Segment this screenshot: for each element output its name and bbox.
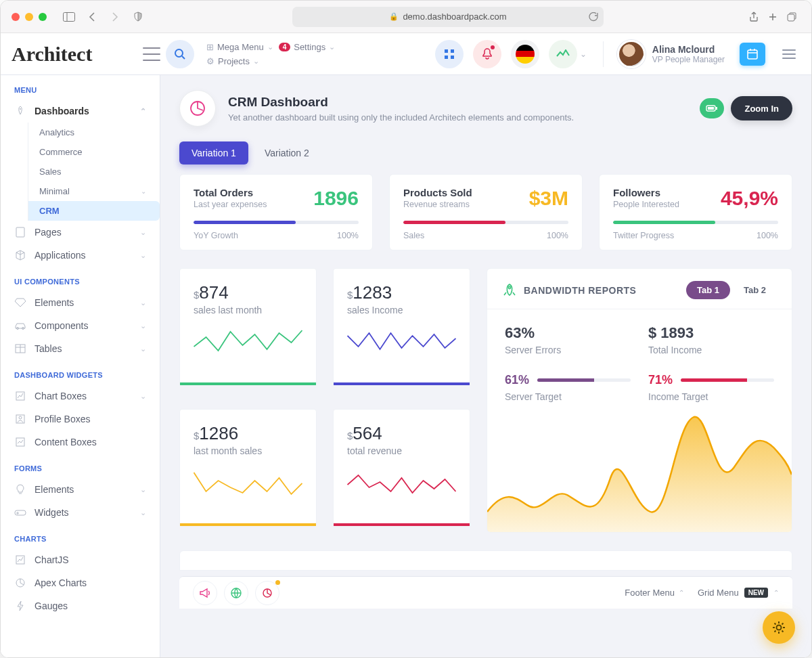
diamond-icon (14, 298, 26, 307)
calendar-icon (746, 48, 759, 60)
sidebar-item-elements[interactable]: Elements⌄ (1, 291, 160, 314)
sidebar-item-dashboards[interactable]: Dashboards ⌃ (1, 100, 160, 123)
target-income: 71% Income Target (648, 373, 774, 402)
svg-point-22 (19, 416, 22, 419)
more-menu-button[interactable] (777, 43, 800, 66)
sidebar-heading-forms: FORMS (1, 454, 160, 478)
projects-dropdown[interactable]: ⚙ Projects ⌄ (206, 56, 259, 66)
stat-card-total-orders: Total Orders Last year expenses 1896 YoY… (179, 174, 373, 250)
chart-line-icon (556, 49, 570, 59)
footer-pie-button[interactable] (255, 581, 279, 605)
page-title: CRM Dashboard (228, 95, 574, 110)
next-card-placeholder (179, 550, 792, 571)
shield-icon[interactable] (129, 8, 147, 26)
stat-card-products-sold: Products Sold Revenue streams $3M Sales1… (389, 174, 583, 250)
car-icon (14, 322, 26, 330)
sidebar-item-apex[interactable]: Apex Charts (1, 571, 160, 594)
sidebar-item-crm[interactable]: CRM (28, 201, 160, 221)
chevron-down-icon[interactable]: ⌄ (580, 49, 587, 59)
brand-logo[interactable]: Architect (12, 43, 92, 66)
metric-server-errors: 63% Server Errors (505, 324, 631, 355)
share-icon[interactable] (745, 8, 763, 26)
settings-fab[interactable] (763, 611, 795, 644)
lock-icon: 🔒 (389, 12, 399, 21)
mega-menu-dropdown[interactable]: ⊞ Mega Menu ⌄ (206, 42, 273, 52)
mini-card-last-month-sales: $1286 last month sales (179, 409, 317, 527)
sparkline-chart (347, 464, 456, 502)
rocket-icon (502, 283, 517, 298)
notifications-button[interactable] (473, 40, 501, 68)
gear-icon (771, 620, 786, 635)
chevron-down-icon: ⌄ (140, 392, 146, 401)
chevron-down-icon: ⌄ (140, 485, 146, 494)
chevron-up-icon: ⌃ (679, 589, 684, 596)
sidebar-item-form-elements[interactable]: Elements⌄ (1, 478, 160, 501)
sidebar-item-minimal[interactable]: Minimal⌄ (28, 181, 160, 201)
footer-globe-button[interactable] (224, 581, 248, 605)
metric-total-income: $ 1893 Total Income (648, 324, 774, 355)
chevron-down-icon: ⌄ (140, 228, 146, 237)
sidebar-item-tables[interactable]: Tables⌄ (1, 337, 160, 360)
sidebar-item-gauges[interactable]: Gauges (1, 594, 160, 617)
sidebar-item-sales[interactable]: Sales (28, 162, 160, 181)
reload-icon[interactable] (589, 12, 598, 22)
progress-bar (613, 221, 715, 224)
sidebar-item-content-boxes[interactable]: Content Boxes (1, 431, 160, 454)
minimize-window-icon[interactable] (25, 13, 33, 21)
sidebar-item-pages[interactable]: Pages⌄ (1, 221, 160, 244)
search-button[interactable] (166, 40, 194, 68)
sidebar-item-analytics[interactable]: Analytics (28, 123, 160, 142)
footer-menu-dropdown[interactable]: Footer Menu ⌃ (625, 588, 684, 598)
settings-dropdown[interactable]: 4 Settings ⌄ (279, 42, 336, 52)
tab-variation-2[interactable]: Variation 2 (252, 141, 321, 164)
nav-back-icon[interactable] (83, 8, 101, 26)
sidebar-item-profile-boxes[interactable]: Profile Boxes (1, 408, 160, 431)
sidebar-item-chart-boxes[interactable]: Chart Boxes⌄ (1, 385, 160, 408)
stat-value: 1896 (313, 187, 359, 210)
bandwidth-tab-1[interactable]: Tab 1 (686, 281, 730, 299)
sidebar-heading-menu: MENU (1, 75, 160, 100)
stat-card-followers: Followers People Interested 45,9% Twitte… (599, 174, 792, 250)
svg-rect-0 (64, 12, 75, 21)
chevron-down-icon: ⌄ (329, 43, 335, 51)
svg-rect-6 (451, 49, 454, 53)
chevron-down-icon: ⌄ (140, 345, 146, 353)
sidebar-toggle-button[interactable] (143, 47, 160, 61)
sidebar-item-chartjs[interactable]: ChartJS (1, 548, 160, 571)
sidebar-item-components[interactable]: Components⌄ (1, 314, 160, 337)
svg-rect-30 (708, 107, 714, 110)
stat-value: 45,9% (721, 187, 778, 210)
tabs-overview-icon[interactable] (783, 8, 800, 26)
sidebar-item-commerce[interactable]: Commerce (28, 142, 160, 162)
mega-menu-label: Mega Menu (217, 42, 264, 52)
user-menu[interactable]: Alina Mclourd VP People Manager (617, 40, 725, 68)
progress-bar (403, 221, 505, 224)
user-name: Alina Mclourd (652, 44, 725, 55)
apps-grid-button[interactable] (435, 40, 464, 68)
url-bar[interactable]: 🔒 demo.dashboardpack.com (292, 7, 604, 27)
nav-forward-icon[interactable] (106, 8, 124, 26)
footer-megaphone-button[interactable] (193, 581, 217, 605)
activity-button[interactable] (549, 40, 577, 68)
maximize-window-icon[interactable] (39, 13, 47, 21)
sidebar-item-applications[interactable]: Applications⌄ (1, 244, 160, 267)
close-window-icon[interactable] (12, 13, 20, 21)
calendar-button[interactable] (740, 43, 765, 66)
progress-bar (194, 221, 296, 224)
sidebar-item-widgets[interactable]: Widgets⌄ (1, 501, 160, 524)
grid-icon (444, 49, 455, 60)
flag-germany-icon (516, 45, 535, 64)
svg-point-31 (508, 286, 510, 288)
zoom-in-button[interactable]: Zoom In (731, 96, 792, 120)
sidebar-toggle-icon[interactable] (60, 8, 78, 26)
battery-button[interactable] (700, 98, 724, 118)
stat-title: Followers (613, 187, 679, 198)
footer-grid-menu-dropdown[interactable]: Grid Menu NEW ⌃ (698, 588, 779, 598)
bandwidth-title: BANDWIDTH REPORTS (524, 285, 636, 296)
language-selector[interactable] (511, 40, 539, 68)
new-tab-icon[interactable] (764, 8, 782, 26)
page-icon (14, 227, 26, 238)
bandwidth-tab-2[interactable]: Tab 2 (733, 281, 777, 299)
tab-variation-1[interactable]: Variation 1 (179, 141, 248, 164)
svg-rect-9 (748, 50, 757, 59)
